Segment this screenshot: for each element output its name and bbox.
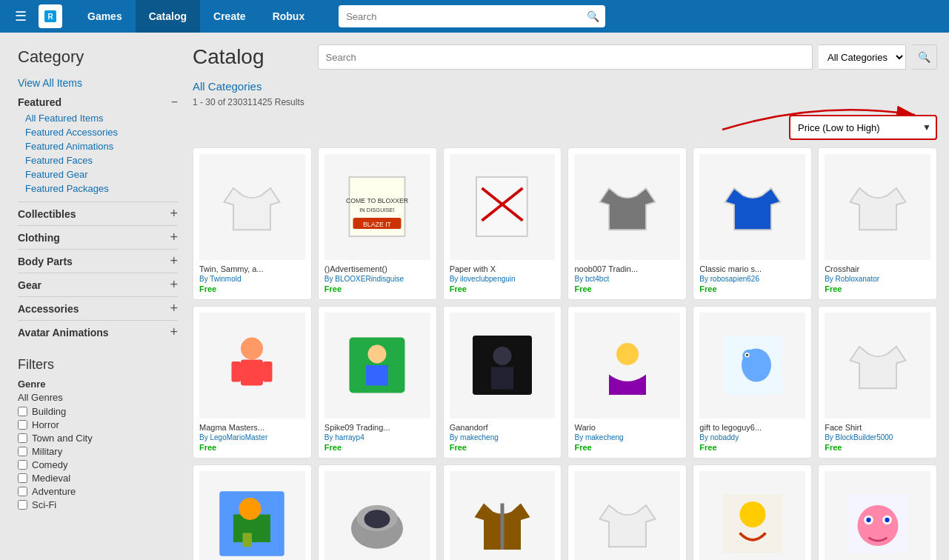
catalog-title: Catalog [193,45,264,69]
genre-checkbox-comedy[interactable] [18,460,27,470]
item-price: Free [574,443,680,452]
item-card[interactable]: Magma Masters... By LegoMarioMaster Free [193,306,312,459]
item-card[interactable]: Face Shirt By BlockBuilder5000 Free [818,306,937,459]
item-thumbnail [324,471,430,560]
genre-checkbox-adventure[interactable] [18,487,27,496]
catalog-search-button[interactable]: 🔍 [912,44,937,70]
sort-select[interactable]: Price (Low to High) Relevance Price (Hig… [789,115,937,140]
svg-rect-17 [366,365,388,385]
genre-checkbox-military[interactable] [18,447,27,456]
item-card[interactable]: Link kirby [818,464,937,560]
nav-create[interactable]: Create [200,0,259,33]
item-creator[interactable]: By BLOOXERindisguise [324,275,430,283]
item-name: Magma Masters... [199,423,305,432]
filters-section: Filters Genre All Genres BuildingHorrorT… [18,357,178,510]
item-name: Crosshair [825,264,930,273]
item-card[interactable]: Ganandorf By makecheng Free [443,306,562,459]
nav-games[interactable]: Games [74,0,136,33]
item-card[interactable]: Twin, Sammy, a... By Twinmold Free [193,147,312,300]
sidebar-featured-toggle: − [171,96,178,108]
item-creator[interactable]: By makecheng [574,433,680,441]
item-card[interactable]: Paper with X By iloveclubpenguin Free [443,147,562,300]
item-card[interactable]: bowser pacma... [693,464,812,560]
genre-checkbox-medieval[interactable] [18,473,27,483]
nav-links: Games Catalog Create Robux [74,0,318,33]
item-creator[interactable]: By nobaddy [699,433,805,441]
svg-rect-14 [263,361,272,381]
topnav-search: 🔍 [339,5,605,27]
sidebar-cat-body-parts[interactable]: Body Parts+ [18,249,178,273]
topnav-search-input[interactable] [339,5,605,27]
sidebar-all-featured[interactable]: All Featured Items [25,111,178,125]
item-price: Free [324,284,430,293]
sidebar-featured-label: Featured [18,96,61,108]
item-card[interactable]: mining helmet [318,464,437,560]
genre-checkbox-sci-fi[interactable] [18,500,27,510]
sidebar-featured-accessories[interactable]: Featured Accessories [25,125,178,139]
item-card[interactable]: Classic mario s... By robosapien626 Free [693,147,812,300]
item-card[interactable]: gift to legoguy6... By nobaddy Free [693,306,812,459]
sidebar-cat-clothing[interactable]: Clothing+ [18,225,178,249]
item-thumbnail [324,313,430,419]
item-price: Free [699,443,805,452]
item-card[interactable]: Crosshair By Robloxanator Free [818,147,937,300]
all-categories-bar: All Categories [193,80,937,93]
item-creator[interactable]: By Twinmold [199,275,305,283]
item-price: Free [825,443,930,452]
catalog-header: Catalog All Categories 🔍 [193,44,937,70]
genre-checkbox-town-and-city[interactable] [18,433,27,443]
item-creator[interactable]: By LegoMarioMaster [199,433,305,441]
item-card[interactable]: mario [193,464,312,560]
main-content: Category View All Items Featured − All F… [0,33,949,560]
genre-item-comedy: Comedy [18,459,178,470]
item-creator[interactable]: By harrayp4 [324,433,430,441]
item-name: Face Shirt [825,423,930,432]
sidebar-featured-packages[interactable]: Featured Packages [25,181,178,196]
svg-point-19 [493,347,512,365]
item-price: Free [574,284,680,293]
item-thumbnail [574,154,680,260]
item-card[interactable]: Wario By makecheng Free [567,306,687,459]
item-creator[interactable]: By robosapien626 [699,275,805,283]
sort-select-wrapper: Price (Low to High) Relevance Price (Hig… [789,115,937,140]
genre-item-sci-fi: Sci-Fi [18,499,178,510]
sidebar-categories: Collectibles+Clothing+Body Parts+Gear+Ac… [18,201,178,344]
item-name: Ganandorf [450,423,556,432]
sidebar-cat-collectibles[interactable]: Collectibles+ [18,201,178,225]
item-creator[interactable]: By bct4bct [574,275,680,283]
svg-point-27 [746,354,748,356]
genre-checkbox-horror[interactable] [18,420,27,430]
sidebar-cat-accessories[interactable]: Accessories+ [18,296,178,320]
item-card[interactable]: Spike09 Trading... By harrayp4 Free [318,306,437,459]
item-card[interactable]: noob007 Tradin... By bct4bct Free [567,147,687,300]
item-price: Free [199,284,305,293]
sidebar-featured-animations[interactable]: Featured Animations [25,139,178,153]
hamburger-menu[interactable]: ☰ [9,5,33,27]
item-name: Paper with X [450,264,556,273]
svg-text:R: R [47,13,53,21]
sidebar-view-all[interactable]: View All Items [18,77,178,89]
item-creator[interactable]: By iloveclubpenguin [450,275,556,283]
sidebar-featured-gear[interactable]: Featured Gear [25,167,178,181]
item-card[interactable]: Bomber Jacket [443,464,562,560]
item-creator[interactable]: By makecheng [450,433,556,441]
item-creator[interactable]: By BlockBuilder5000 [825,433,930,441]
item-card[interactable]: its good to eat r... [567,464,687,560]
sidebar-featured-faces[interactable]: Featured Faces [25,153,178,167]
item-name: ()Advertisement() [324,264,430,273]
topnav-search-icon[interactable]: 🔍 [587,10,599,22]
svg-rect-20 [491,367,513,390]
item-creator[interactable]: By Robloxanator [825,275,930,283]
item-card[interactable]: COME TO BLOXXER IN DISGUISE! BLAZE IT ()… [318,147,437,300]
item-thumbnail [199,154,305,260]
sidebar-cat-avatar-animations[interactable]: Avatar Animations+ [18,320,178,344]
svg-rect-13 [232,361,241,381]
sidebar-featured-header[interactable]: Featured − [18,96,178,108]
nav-catalog[interactable]: Catalog [136,0,200,33]
catalog-search-input[interactable] [318,44,813,70]
genre-checkbox-building[interactable] [18,407,27,416]
catalog-category-select[interactable]: All Categories [819,44,906,70]
sidebar-cat-gear[interactable]: Gear+ [18,273,178,296]
nav-robux[interactable]: Robux [259,0,319,33]
all-categories-link[interactable]: All Categories [193,80,262,93]
